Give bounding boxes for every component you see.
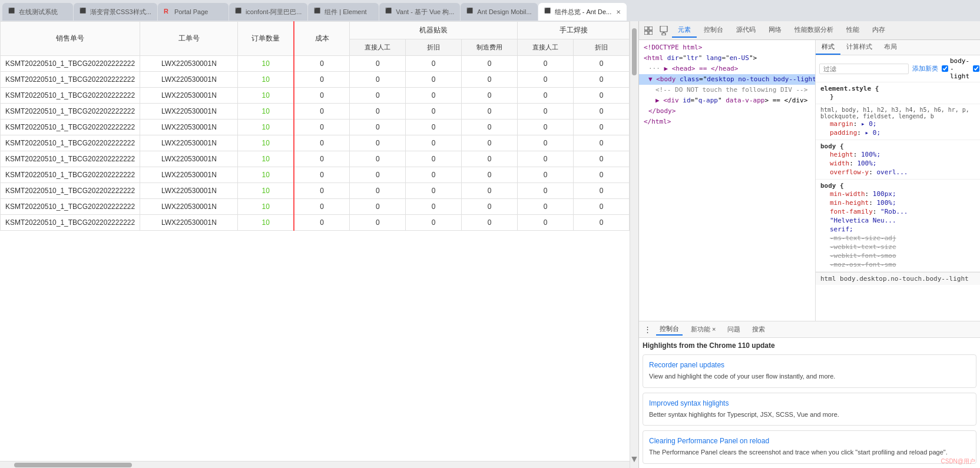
- cell-m-labor-10: 0: [350, 215, 406, 231]
- qapp-val: q-app: [698, 97, 718, 104]
- checkbox-body-light-input[interactable]: [942, 65, 948, 72]
- tab-8[interactable]: ⬛ 组件总览 - Ant De... ✕: [538, 3, 627, 21]
- colon3: :: [853, 151, 861, 158]
- cell-m-dep-0: 0: [406, 56, 462, 72]
- qapp-attr: id: [683, 97, 690, 104]
- colon5: :: [869, 168, 876, 176]
- header-h-dep: 折旧: [574, 39, 630, 56]
- tab-6[interactable]: ⬛ Vant - 基于 Vue 构...: [379, 3, 460, 21]
- rule3-ms-text: -ms-text-size-adj: [820, 234, 975, 243]
- tab-5[interactable]: ⬛ 组件 | Element: [308, 3, 379, 21]
- scroll-thumb[interactable]: [632, 28, 637, 75]
- cell-h-labor-4: 0: [518, 120, 574, 135]
- tab-2[interactable]: ⬛ 渐变背景CSS3样式...: [74, 3, 157, 21]
- val-width: 100%;: [857, 160, 876, 167]
- tab-favicon-3: R: [164, 8, 172, 16]
- header-m-dep: 折旧: [406, 39, 462, 56]
- cell-m-dep-9: 0: [406, 199, 462, 215]
- cell-m-mfg-2: 0: [462, 88, 518, 104]
- styles-tab-style[interactable]: 样式: [816, 40, 840, 55]
- cell-m-mfg-4: 0: [462, 120, 518, 135]
- tab-1[interactable]: ⬛ 在线测试系统: [2, 3, 73, 21]
- devtools-tab-memory[interactable]: 内存: [866, 23, 891, 38]
- header-hand: 手工焊接: [518, 22, 630, 39]
- table-row: KSMT20220510_1_TBCG202202222222 LWX22053…: [1, 215, 630, 231]
- html-attr-dir: dir: [667, 54, 679, 62]
- rule3-font3: serif;: [820, 225, 975, 234]
- checkbox-c-input[interactable]: [973, 65, 979, 72]
- cell-sale-8: KSMT20220510_1_TBCG202202222222: [1, 183, 140, 199]
- scroll-down-arrow[interactable]: ▼: [630, 454, 639, 467]
- table-row: KSMT20220510_1_TBCG202202222222 LWX22053…: [1, 167, 630, 183]
- section-1-title[interactable]: Improved syntax higlights: [649, 399, 970, 407]
- tab-close-8[interactable]: ✕: [616, 9, 621, 15]
- header-m-mfg: 制造费用: [462, 39, 518, 56]
- body-val-class: desktop no-touch body--light: [707, 75, 816, 83]
- bottom-tab-search[interactable]: 搜索: [749, 324, 769, 335]
- bottom-tab-new[interactable]: 新功能 ×: [687, 324, 719, 335]
- html-line-doctype: <!DOCTYPE html>: [639, 42, 815, 53]
- styles-panel: 样式 计算样式 布局 添加新类 body--light c: [816, 40, 980, 321]
- section-2-body: The Performance Panel clears the screens…: [649, 447, 970, 457]
- cell-m-dep-4: 0: [406, 120, 462, 135]
- svg-rect-5: [662, 33, 666, 35]
- prop-padding: padding: [830, 129, 857, 137]
- colon2: :: [857, 129, 865, 137]
- cell-m-dep-3: 0: [406, 104, 462, 120]
- html-val-lang: en-US: [730, 54, 749, 62]
- hscroll-thumb[interactable]: [14, 463, 132, 467]
- tab-4[interactable]: ⬛ iconfont-阿里巴巴...: [229, 3, 307, 21]
- bottom-tab-console[interactable]: 控制台: [656, 323, 683, 336]
- styles-tab-layout[interactable]: 布局: [878, 40, 903, 55]
- devtools-tab-perf[interactable]: 性能: [840, 23, 865, 38]
- devtools-tab-elements[interactable]: 元素: [672, 23, 697, 38]
- prop-min-height: min-height: [830, 199, 869, 207]
- add-style-button[interactable]: 添加新类: [912, 64, 938, 73]
- table-row: KSMT20220510_1_TBCG202202222222 LWX22053…: [1, 151, 630, 167]
- doctype-tag: <!DOCTYPE html>: [644, 44, 702, 51]
- bottom-icon-menu[interactable]: ⋮: [644, 325, 651, 334]
- tab-7[interactable]: ⬛ Ant Design Mobil...: [461, 3, 537, 21]
- tab-label-7: Ant Design Mobil...: [477, 8, 531, 15]
- header-work: 工单号: [140, 22, 238, 56]
- tab-3[interactable]: R Portal Page: [158, 3, 229, 21]
- styles-tab-computed[interactable]: 计算样式: [840, 40, 878, 55]
- horizontal-scrollbar[interactable]: [0, 461, 630, 468]
- cell-m-dep-2: 0: [406, 88, 462, 104]
- cell-sale-1: KSMT20220510_1_TBCG202202222222: [1, 72, 140, 88]
- cell-m-mfg-1: 0: [462, 72, 518, 88]
- styles-filter-input[interactable]: [819, 64, 909, 74]
- cell-qty-1: 10: [238, 72, 294, 88]
- cell-m-labor-0: 0: [350, 56, 406, 72]
- inspect-icon[interactable]: [641, 24, 655, 38]
- html-line-head: ··· ▶ <head> == </head>: [639, 64, 815, 74]
- cell-qty-8: 10: [238, 183, 294, 199]
- eq1b: ": [698, 54, 706, 62]
- html-line-body[interactable]: ▼ <body class="desktop no-touch body--li…: [639, 74, 815, 85]
- svg-rect-3: [649, 31, 653, 35]
- section-2-title[interactable]: Clearing Performance Panel on reload: [649, 437, 970, 445]
- cell-sale-2: KSMT20220510_1_TBCG202202222222: [1, 88, 140, 104]
- devtools-tab-console[interactable]: 控制台: [698, 23, 729, 38]
- bottom-tab-issues[interactable]: 问题: [724, 324, 744, 335]
- section-0-title[interactable]: Recorder panel updates: [649, 361, 970, 369]
- tab-favicon-5: ⬛: [314, 8, 322, 16]
- devtools-tab-network[interactable]: 网络: [763, 23, 787, 38]
- devtools-tab-source[interactable]: 源代码: [730, 23, 762, 38]
- svg-rect-1: [649, 26, 653, 30]
- cell-h-labor-0: 0: [518, 56, 574, 72]
- vertical-scrollbar[interactable]: ▼: [630, 21, 638, 468]
- cell-sale-9: KSMT20220510_1_TBCG202202222222: [1, 199, 140, 215]
- devtools-tab-perf-data[interactable]: 性能数据分析: [789, 23, 839, 38]
- html-line-html-close: </html>: [639, 117, 815, 127]
- html-line-body-close: </body>: [639, 106, 815, 117]
- cell-work-4: LWX220530001N: [140, 120, 238, 135]
- qapp-rest: " data-v-app> == </div>: [718, 97, 807, 104]
- table-row: KSMT20220510_1_TBCG202202222222 LWX22053…: [1, 72, 630, 88]
- device-icon[interactable]: [657, 24, 671, 38]
- body-close-tag: </body>: [648, 107, 676, 115]
- cell-m-labor-8: 0: [350, 183, 406, 199]
- colon4: :: [849, 160, 857, 167]
- html-close-tag: </html>: [644, 118, 671, 125]
- rule3-selector: body {: [820, 182, 975, 190]
